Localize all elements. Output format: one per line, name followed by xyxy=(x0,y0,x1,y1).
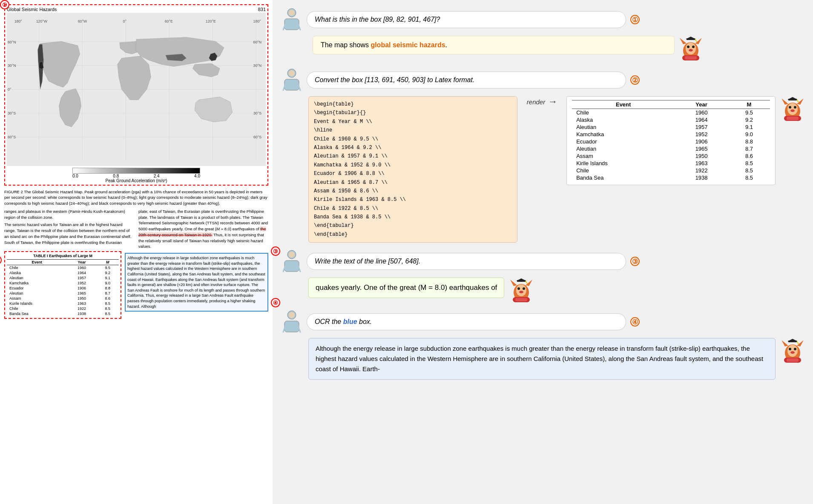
svg-point-90 xyxy=(790,351,795,354)
svg-marker-77 xyxy=(516,278,526,281)
question-2-bubble: Convert the box [113, 691, 450, 903] to … xyxy=(307,72,626,89)
svg-point-70 xyxy=(516,284,526,296)
svg-marker-94 xyxy=(787,339,798,341)
table-section-wrapper: ② TABLE I Earthquakes of Large M Event Y… xyxy=(4,251,121,321)
section-3-badge: ③ xyxy=(630,257,640,266)
section-4-badge: ④ xyxy=(630,317,640,326)
section-1-badge: ① xyxy=(630,15,640,24)
question-4-bubble: OCR the blue box. xyxy=(307,313,626,330)
latex-line: \begin{table} xyxy=(314,100,512,109)
svg-point-55 xyxy=(794,106,796,109)
rendered-table-row: Alaska19649.2 xyxy=(572,116,770,123)
svg-marker-34 xyxy=(680,38,687,44)
svg-point-73 xyxy=(519,291,523,293)
svg-point-64 xyxy=(289,252,295,258)
latex-line: Chile & 1960 & 9.5 \\ xyxy=(314,135,512,143)
svg-text:0°: 0° xyxy=(8,87,11,92)
world-map-svg: 60°N 30°N 0° 30°S 60°S 60°N 30°N 30°S 60… xyxy=(7,13,266,166)
svg-marker-68 xyxy=(510,280,517,286)
svg-marker-51 xyxy=(781,98,788,105)
latex-line: Kamchatka & 1952 & 9.0 \\ xyxy=(314,161,512,169)
latex-line: Banda Sea & 1938 & 8.5 \\ xyxy=(314,213,512,221)
latex-line: Kirile Islands & 1963 & 8.5 \\ xyxy=(314,195,512,204)
rendered-table-row: Kamchatka19529.0 xyxy=(572,131,770,138)
col-m: M xyxy=(96,260,119,265)
svg-text:60°N: 60°N xyxy=(8,40,16,44)
blue-word: blue xyxy=(343,318,357,325)
svg-marker-85 xyxy=(781,340,788,346)
svg-line-95 xyxy=(797,341,799,344)
question-3-bubble: Write the text of the line [507, 648]. xyxy=(307,253,626,270)
svg-text:120°E: 120°E xyxy=(206,19,216,23)
svg-point-72 xyxy=(523,287,525,290)
badge-1: ① xyxy=(0,0,9,9)
section-1-answer-row: The map shows global seismic hazards. xyxy=(281,36,804,61)
svg-rect-80 xyxy=(284,321,299,332)
svg-marker-60 xyxy=(787,97,798,100)
badge-2-left: ② xyxy=(0,255,2,265)
rendered-table-row: Assam19508.6 xyxy=(572,152,770,160)
svg-text:30°S: 30°S xyxy=(253,111,261,115)
svg-text:30°N: 30°N xyxy=(253,63,261,68)
svg-line-44 xyxy=(695,39,697,42)
col-year: Year xyxy=(67,260,97,265)
latex-line: \end{tabular} xyxy=(314,221,512,230)
section-4-question-row: OCR the blue box. ④ xyxy=(281,310,804,334)
table-row: Kamchatka19529.0 xyxy=(7,281,119,286)
table-row: Kurile Islands19638.5 xyxy=(7,301,119,306)
table-section: TABLE I Earthquakes of Large M Event Yea… xyxy=(4,251,121,319)
highlighted-text: the 20th century occurred on Taiwan in 1… xyxy=(138,226,266,237)
section-4-answer-row: Although the energy release in large sub… xyxy=(308,338,804,380)
svg-point-87 xyxy=(787,345,798,357)
colorbar-val-3: 4.0 xyxy=(194,174,200,178)
page-number: 831 xyxy=(258,7,266,12)
svg-line-61 xyxy=(797,100,799,102)
user-avatar-2 xyxy=(281,68,302,92)
answer-1-suffix: . xyxy=(445,41,447,49)
svg-point-30 xyxy=(289,10,295,16)
body-text-left: ranges and plateaus in the western (Pami… xyxy=(4,209,134,249)
colorbar-val-0: 0.0 xyxy=(72,174,78,178)
table-row: Chile19228.5 xyxy=(7,306,119,311)
blue-box-section: ③ ④ Although the energy release in large… xyxy=(125,251,268,321)
table-row: Assam19508.6 xyxy=(7,296,119,301)
latex-line: Chile & 1922 & 8.5 \\ xyxy=(314,204,512,213)
svg-rect-41 xyxy=(685,56,697,60)
svg-point-39 xyxy=(689,49,693,52)
user-avatar-4 xyxy=(281,310,302,334)
svg-rect-29 xyxy=(284,19,299,30)
svg-rect-63 xyxy=(284,261,299,272)
answer-3-bubble: quakes yearly. One of the great (M = 8.0… xyxy=(308,278,504,298)
rendered-table-row: Banda Sea19388.5 xyxy=(572,174,770,181)
user-avatar-3 xyxy=(281,249,302,273)
section-2: Convert the box [113, 691, 450, 903] to … xyxy=(281,68,804,243)
section-3-answer-row: quakes yearly. One of the great (M = 8.0… xyxy=(308,278,804,303)
fox-avatar-2 xyxy=(781,96,804,122)
rendered-table-row: Chile19609.5 xyxy=(572,109,770,117)
section-3: Write the text of the line [507, 648]. ③… xyxy=(281,249,804,303)
svg-rect-46 xyxy=(284,79,299,90)
body-left-para: ranges and plateaus in the western (Pami… xyxy=(4,209,134,220)
svg-text:0°: 0° xyxy=(123,19,126,23)
latex-box: \begin{table}\begin{tabular}{}Event & Ye… xyxy=(308,96,517,243)
latex-line: Alaska & 1964 & 9.2 \\ xyxy=(314,143,512,152)
latex-line: \end{table} xyxy=(314,230,512,239)
svg-rect-92 xyxy=(787,358,799,362)
answer-1-bubble: The map shows global seismic hazards. xyxy=(313,36,675,54)
svg-point-88 xyxy=(789,348,791,350)
section-1-question-row: What is this in the box [89, 82, 901, 46… xyxy=(281,8,804,32)
rendered-table-row: Aleutian19658.7 xyxy=(572,145,770,152)
svg-text:60°S: 60°S xyxy=(8,135,16,139)
svg-point-37 xyxy=(687,46,689,48)
body-right-para: plate; east of Taiwan, the Eurasian plat… xyxy=(138,209,268,249)
map-section: ① Global Seismic Hazards 831 xyxy=(4,4,268,186)
table-row: Ecuador19068.8 xyxy=(7,286,119,291)
svg-line-78 xyxy=(526,281,527,284)
svg-point-56 xyxy=(790,109,795,112)
map-title: Global Seismic Hazards xyxy=(7,7,57,12)
colorbar-val-2: 2.4 xyxy=(154,174,160,178)
fox-avatar-1 xyxy=(679,36,703,61)
rendered-table-row: Chile19228.5 xyxy=(572,167,770,174)
svg-text:120°W: 120°W xyxy=(36,19,48,23)
rendered-table-box: EventYearM Chile19609.5Alaska19649.2Aleu… xyxy=(566,96,776,185)
